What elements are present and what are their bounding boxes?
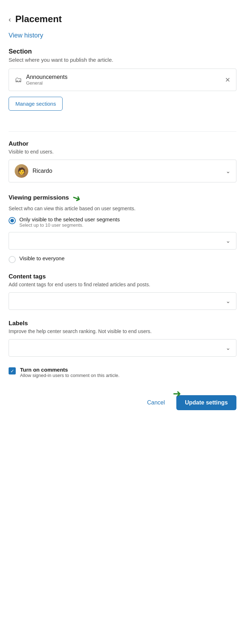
checkbox-check-icon: ✓ [10,368,14,374]
radio-group: Only visible to the selected user segmen… [9,216,236,263]
section-item: 🗂 Announcements General ✕ [9,69,236,91]
section-item-left: 🗂 Announcements General [15,74,68,86]
comments-row: ✓ Turn on comments Allow signed-in users… [9,367,236,378]
viewing-permissions-label: Viewing permissions [9,194,69,201]
radio-text-segments: Only visible to the selected user segmen… [19,216,120,228]
viewing-permissions-group: Viewing permissions ➜ Select who can vie… [9,192,236,263]
footer-actions: ➜ Cancel Update settings [9,388,236,414]
labels-label: Labels [9,320,236,327]
radio-btn-segments[interactable] [9,217,16,224]
manage-sections-button[interactable]: Manage sections [9,97,63,111]
author-group: Author Visible to end users. 🧑 Ricardo ⌄ [9,140,236,182]
page-header: ‹ Placement [9,7,236,32]
content-tags-chevron: ⌄ [226,298,230,305]
labels-description: Improve the help center search ranking. … [9,328,236,334]
labels-dropdown[interactable]: ⌄ [9,339,236,357]
content-tags-group: Content tags Add content tags for end us… [9,273,236,310]
comments-group: ✓ Turn on comments Allow signed-in users… [9,367,236,378]
author-dropdown[interactable]: 🧑 Ricardo ⌄ [9,160,236,182]
close-icon[interactable]: ✕ [225,76,230,84]
content-tags-dropdown[interactable]: ⌄ [9,292,236,310]
radio-main-everyone: Visible to everyone [19,255,64,261]
chevron-down-icon: ⌄ [226,168,230,175]
user-segments-chevron: ⌄ [226,237,230,244]
cancel-button[interactable]: Cancel [141,396,171,409]
author-name: Ricardo [33,168,52,174]
content-tags-label: Content tags [9,273,236,280]
labels-chevron: ⌄ [226,344,230,351]
radio-main-segments: Only visible to the selected user segmen… [19,216,120,222]
radio-option-segments: Only visible to the selected user segmen… [9,216,236,228]
radio-option-everyone: Visible to everyone [9,255,236,263]
viewing-permissions-description: Select who can view this article based o… [9,206,236,211]
section-group: Section Select where you want to publish… [9,48,236,121]
comments-text: Turn on comments Allow signed-in users t… [20,367,119,378]
section-description: Select where you want to publish the art… [9,57,236,63]
user-segments-dropdown[interactable]: ⌄ [9,232,236,250]
back-button[interactable]: ‹ [9,16,11,23]
comments-checkbox[interactable]: ✓ [9,367,16,374]
comments-main: Turn on comments [20,367,119,373]
author-label: Author [9,140,236,147]
avatar: 🧑 [15,164,28,178]
radio-btn-everyone[interactable] [9,256,16,263]
view-history-link[interactable]: View history [9,32,43,39]
radio-sub-segments: Select up to 10 user segments. [19,222,120,228]
comments-sub: Allow signed-in users to comment on this… [20,373,119,378]
avatar-image: 🧑 [15,164,28,178]
section-item-sub: General [26,80,68,86]
page-title: Placement [15,14,62,25]
section-label: Section [9,48,236,55]
divider-1 [9,131,236,132]
author-description: Visible to end users. [9,149,236,155]
author-left: 🧑 Ricardo [15,164,52,178]
arrow-indicator: ➜ [71,191,83,205]
update-settings-button[interactable]: Update settings [176,395,236,410]
arrow-indicator-bottom: ➜ [173,388,181,399]
folder-icon: 🗂 [15,76,22,84]
section-item-name: Announcements [26,74,68,80]
radio-text-everyone: Visible to everyone [19,255,64,261]
labels-group: Labels Improve the help center search ra… [9,320,236,357]
permissions-header-row: Viewing permissions ➜ [9,192,236,204]
section-item-text: Announcements General [26,74,68,86]
content-tags-description: Add content tags for end users to find r… [9,282,236,287]
